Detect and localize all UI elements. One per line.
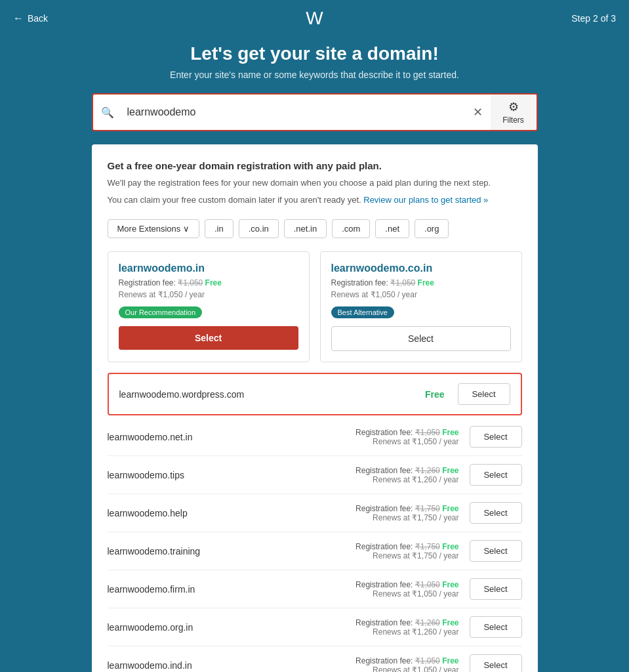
top-bar: Back W Step 2 of 3: [0, 0, 629, 37]
list-item: learnwoodemo.training Registration fee: …: [108, 532, 522, 570]
info-banner: Get a free one-year domain registration …: [108, 160, 522, 206]
list-item: learnwoodemo.help Registration fee: ₹1,7…: [108, 494, 522, 532]
list-item: learnwoodemo.tips Registration fee: ₹1,2…: [108, 456, 522, 494]
select-wp-com-button[interactable]: Select: [458, 383, 510, 405]
select-domain-1-button[interactable]: Select: [119, 326, 298, 350]
search-bar: 🔍 ✕ ⚙ Filters: [92, 93, 538, 131]
select-domain-2-button[interactable]: Select: [331, 326, 511, 351]
featured-domains: learnwoodemo.in Registration fee: ₹1,050…: [108, 251, 522, 362]
select-domain-button[interactable]: Select: [470, 578, 522, 600]
select-domain-button[interactable]: Select: [470, 654, 522, 672]
select-domain-button[interactable]: Select: [470, 502, 522, 524]
ext-org-button[interactable]: .org: [415, 219, 449, 238]
domain-pricing: Registration fee: ₹1,050 Free Renews at …: [355, 428, 458, 446]
domain-pricing: Registration fee: ₹1,750 Free Renews at …: [355, 504, 458, 522]
domain-2-renew: Renews at ₹1,050 / year: [331, 290, 511, 299]
domain-pricing: Registration fee: ₹1,050 Free Renews at …: [355, 656, 458, 673]
domain-name: learnwoodemo.help: [108, 508, 356, 518]
filters-icon: ⚙: [508, 100, 519, 114]
back-label: Back: [28, 13, 48, 24]
info-line2: You can claim your free custom domain la…: [108, 194, 522, 207]
wp-com-domain-name: learnwoodemo.wordpress.com: [119, 389, 425, 400]
domain-1-renew: Renews at ₹1,050 / year: [119, 290, 298, 299]
alternative-badge: Best Alternative: [331, 306, 394, 318]
select-domain-button[interactable]: Select: [470, 464, 522, 486]
ext-netin-button[interactable]: .net.in: [284, 219, 327, 238]
wordpress-com-row: learnwoodemo.wordpress.com Free Select: [108, 373, 522, 415]
page-title: Let's get your site a domain!: [13, 43, 616, 64]
extension-filters: More Extensions ∨ .in .co.in .net.in .co…: [108, 219, 522, 238]
info-line1: We'll pay the registration fees for your…: [108, 177, 522, 190]
domain-pricing: Registration fee: ₹1,050 Free Renews at …: [355, 580, 458, 598]
ext-coin-button[interactable]: .co.in: [239, 219, 279, 238]
domain-2-name: learnwoodemo.co.in: [331, 262, 511, 274]
domain-name: learnwoodemo.tips: [108, 470, 356, 480]
filters-button[interactable]: ⚙ Filters: [491, 94, 537, 130]
domain-pricing: Registration fee: ₹1,260 Free Renews at …: [355, 618, 458, 637]
domain-1-name: learnwoodemo.in: [119, 262, 298, 274]
select-domain-button[interactable]: Select: [470, 426, 522, 448]
select-domain-button[interactable]: Select: [470, 616, 522, 638]
filters-label: Filters: [502, 116, 524, 125]
search-icon: 🔍: [93, 106, 122, 119]
featured-domain-2: learnwoodemo.co.in Registration fee: ₹1,…: [320, 251, 522, 362]
step-indicator: Step 2 of 3: [571, 13, 616, 24]
list-item: learnwoodemo.ind.in Registration fee: ₹1…: [108, 646, 522, 672]
domain-list: learnwoodemo.net.in Registration fee: ₹1…: [108, 418, 522, 672]
search-clear-button[interactable]: ✕: [465, 105, 491, 119]
domain-name: learnwoodemo.training: [108, 546, 356, 556]
domain-2-fee: Registration fee: ₹1,050 Free: [331, 278, 511, 287]
list-item: learnwoodemo.net.in Registration fee: ₹1…: [108, 418, 522, 456]
domain-name: learnwoodemo.firm.in: [108, 584, 356, 595]
search-input[interactable]: [122, 98, 465, 126]
domain-1-fee: Registration fee: ₹1,050 Free: [119, 278, 298, 287]
domain-name: learnwoodemo.net.in: [108, 432, 356, 442]
page-header: Let's get your site a domain! Enter your…: [0, 37, 629, 93]
back-button[interactable]: Back: [13, 12, 48, 24]
domain-name: learnwoodemo.org.in: [108, 622, 356, 633]
domain-name: learnwoodemo.ind.in: [108, 660, 356, 671]
select-domain-button[interactable]: Select: [470, 540, 522, 562]
review-plans-link[interactable]: Review our plans to get started »: [363, 195, 488, 205]
wp-com-free-label: Free: [425, 389, 445, 400]
more-extensions-button[interactable]: More Extensions ∨: [108, 219, 199, 238]
recommendation-badge: Our Recommendation: [119, 306, 203, 318]
ext-net-button[interactable]: .net: [375, 219, 409, 238]
ext-com-button[interactable]: .com: [332, 219, 370, 238]
list-item: learnwoodemo.firm.in Registration fee: ₹…: [108, 570, 522, 608]
featured-domain-1: learnwoodemo.in Registration fee: ₹1,050…: [108, 251, 310, 362]
wordpress-logo: W: [306, 8, 323, 29]
list-item: learnwoodemo.org.in Registration fee: ₹1…: [108, 608, 522, 646]
domain-pricing: Registration fee: ₹1,750 Free Renews at …: [355, 542, 458, 560]
main-card: Get a free one-year domain registration …: [92, 144, 538, 672]
page-subtitle: Enter your site's name or some keywords …: [13, 70, 616, 80]
domain-pricing: Registration fee: ₹1,260 Free Renews at …: [355, 466, 458, 484]
info-title: Get a free one-year domain registration …: [108, 160, 522, 171]
ext-in-button[interactable]: .in: [205, 219, 233, 238]
